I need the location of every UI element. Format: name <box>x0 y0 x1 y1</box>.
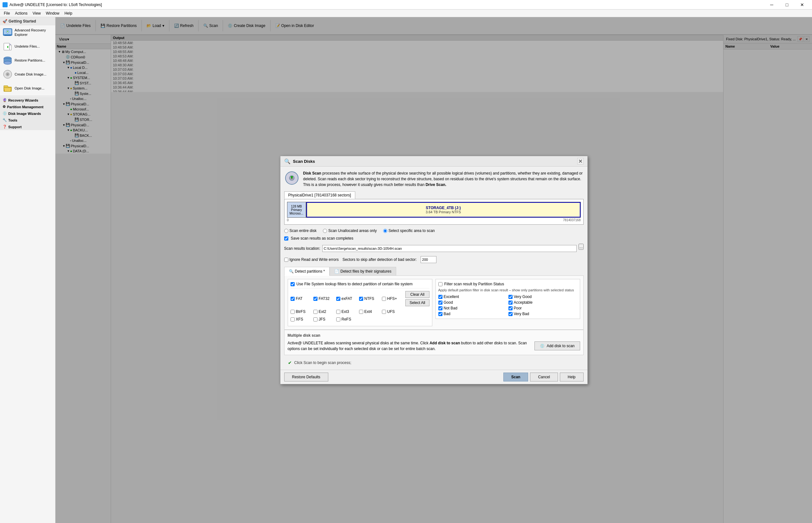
sidebar-section-support[interactable]: ❓ Support <box>0 124 55 130</box>
fs-ext4-option[interactable]: Ext4 <box>359 309 378 314</box>
sidebar-section-tools-label: Tools <box>8 119 17 122</box>
fs-jfs-option[interactable]: JFS <box>314 317 333 322</box>
menu-help[interactable]: Help <box>62 11 75 16</box>
status-very-bad[interactable]: Very Bad <box>508 312 577 316</box>
fs-ext3-checkbox[interactable] <box>336 310 340 314</box>
status-very-good[interactable]: Very Good <box>508 294 577 299</box>
fs-refs-checkbox[interactable] <box>336 317 340 322</box>
menu-window[interactable]: Window <box>43 11 62 16</box>
location-row: Scan results location: ... <box>284 244 584 253</box>
tab-content-partitions: Use File System lookup filters to detect… <box>284 276 584 330</box>
sectors-skip-input[interactable] <box>420 256 436 263</box>
scan-specific-label: Select specific area to scan <box>389 229 435 233</box>
filesystem-filter-checkbox[interactable] <box>290 282 295 286</box>
partition-main[interactable]: STORAGE_4TB (J:) 3.64 TB Primary NTFS <box>306 202 581 217</box>
modal-close-button[interactable]: ✕ <box>577 158 584 164</box>
fs-ext3-option[interactable]: Ext3 <box>336 309 355 314</box>
sidebar-section-recovery-wizards[interactable]: 🔮 Recovery Wizards <box>0 97 55 104</box>
fs-jfs-checkbox[interactable] <box>314 317 318 322</box>
status-excellent[interactable]: Excellent <box>438 294 507 299</box>
status-poor[interactable]: Poor <box>508 306 577 310</box>
menu-file[interactable]: File <box>1 11 12 16</box>
menu-actions[interactable]: Actions <box>12 11 30 16</box>
fs-btrfs-option[interactable]: BtrFS <box>290 309 309 314</box>
sidebar-item-undelete-files[interactable]: Undelete Files... <box>0 39 55 53</box>
modal-title: Scan Disks <box>293 159 315 164</box>
status-bad[interactable]: Bad <box>438 312 507 316</box>
sidebar-item-create-disk-image[interactable]: Create Disk Image... <box>0 67 55 81</box>
app-icon <box>2 2 7 7</box>
location-label: Scan results location: <box>284 246 320 251</box>
sidebar-header: 🚀 Getting Started <box>0 17 55 25</box>
fs-fat-checkbox[interactable] <box>290 297 295 301</box>
sidebar-item-advanced-recovery[interactable]: Advanced Recovery Explorer <box>0 25 55 39</box>
disk-tabs: PhysicalDrive1 [7814037168 sectors] <box>284 191 584 199</box>
fs-ntfs-option[interactable]: NTFS <box>359 296 378 301</box>
two-col-layout: Use File System lookup filters to detect… <box>288 279 580 326</box>
fs-btrfs-checkbox[interactable] <box>290 310 295 314</box>
status-not-bad[interactable]: Not Bad <box>438 306 507 310</box>
scan-unallocated-option[interactable]: Scan Unallocated areas only <box>323 229 377 233</box>
scan-entire-disk-radio[interactable] <box>284 229 288 233</box>
filesystem-row-1: FAT FAT32 exFAT NTFS HFS+ Clear All Sele… <box>290 291 430 306</box>
disk-desc-icon <box>284 170 299 186</box>
tab-detect-partitions[interactable]: 🔍 Detect partitions * <box>284 267 330 276</box>
restore-defaults-button[interactable]: Restore Defaults <box>284 373 328 381</box>
fs-ntfs-checkbox[interactable] <box>359 297 363 301</box>
disk-image-wizards-icon: 💿 <box>2 111 7 115</box>
help-button[interactable]: Help <box>560 373 584 381</box>
sidebar-item-open-disk-image[interactable]: Open Disk Image... <box>0 81 55 95</box>
save-results-checkbox[interactable] <box>284 236 288 240</box>
advanced-recovery-icon <box>2 27 13 37</box>
fs-ufs-option[interactable]: UFS <box>382 309 401 314</box>
tab-detect-signatures[interactable]: 📄 Detect files by their signatures <box>329 267 396 275</box>
fs-ext4-checkbox[interactable] <box>359 310 363 314</box>
fs-fat32-option[interactable]: FAT32 <box>314 296 333 301</box>
tools-icon: 🔧 <box>2 118 7 122</box>
fs-exfat-option[interactable]: exFAT <box>336 296 355 301</box>
sidebar-section-tools[interactable]: 🔧 Tools <box>0 117 55 124</box>
multiple-disk-title: Multiple disk scan <box>288 333 320 338</box>
location-input[interactable] <box>322 245 577 252</box>
cancel-button[interactable]: Cancel <box>530 373 558 381</box>
sidebar: 🚀 Getting Started Advanced Recovery Expl… <box>0 17 56 523</box>
menu-view[interactable]: View <box>30 11 43 16</box>
fs-ext2-option[interactable]: Ext2 <box>314 309 333 314</box>
sidebar-section-disk-image-wizards[interactable]: 💿 Disk Image Wizards <box>0 110 55 117</box>
modal-body: Disk Scan processes the whole surface of… <box>280 167 587 370</box>
title-bar-left: Active@ UNDELETE [Licensed to: LSoft Tec… <box>2 2 102 7</box>
browse-button[interactable]: ... <box>579 244 583 250</box>
fs-refs-option[interactable]: ReFS <box>336 317 355 322</box>
partition-status-checkbox[interactable] <box>438 282 442 286</box>
fs-hfsplus-option[interactable]: HFS+ <box>382 296 401 301</box>
scan-unallocated-radio[interactable] <box>323 229 327 233</box>
sidebar-item-restore-partitions[interactable]: Restore Partitions... <box>0 53 55 67</box>
fs-ext2-checkbox[interactable] <box>314 310 318 314</box>
status-acceptable[interactable]: Acceptable <box>508 300 577 305</box>
fs-fat32-checkbox[interactable] <box>314 297 318 301</box>
add-disk-button[interactable]: 💿 Add disk to scan <box>534 341 580 350</box>
ignore-errors-checkbox[interactable] <box>284 258 288 262</box>
fs-hfsplus-checkbox[interactable] <box>382 297 386 301</box>
scan-specific-option[interactable]: Select specific area to scan <box>383 229 435 233</box>
minimize-button[interactable]: ─ <box>764 0 779 10</box>
titlebar: Active@ UNDELETE [Licensed to: LSoft Tec… <box>0 0 812 10</box>
select-all-button[interactable]: Select All <box>405 299 429 306</box>
partition-management-icon: ⚙ <box>2 105 6 109</box>
scan-specific-radio[interactable] <box>383 229 387 233</box>
close-button[interactable]: ✕ <box>795 0 810 10</box>
maximize-button[interactable]: □ <box>780 0 794 10</box>
fs-xfs-checkbox[interactable] <box>290 317 295 322</box>
clear-all-button[interactable]: Clear All <box>405 291 429 298</box>
desc-bold: Disk Scan <box>303 171 321 176</box>
scan-entire-disk-option[interactable]: Scan entire disk <box>284 229 317 233</box>
sidebar-section-partition-management[interactable]: ⚙ Partition Management <box>0 104 55 110</box>
ignore-errors-option[interactable]: Ignore Read and Write errors <box>284 257 339 262</box>
fs-fat-option[interactable]: FAT <box>290 296 309 301</box>
fs-ufs-checkbox[interactable] <box>382 310 386 314</box>
status-good[interactable]: Good <box>438 300 507 305</box>
fs-xfs-option[interactable]: XFS <box>290 317 309 322</box>
disk-tab-physical1[interactable]: PhysicalDrive1 [7814037168 sectors] <box>284 191 355 199</box>
fs-exfat-checkbox[interactable] <box>336 297 340 301</box>
scan-button[interactable]: Scan <box>503 373 528 381</box>
